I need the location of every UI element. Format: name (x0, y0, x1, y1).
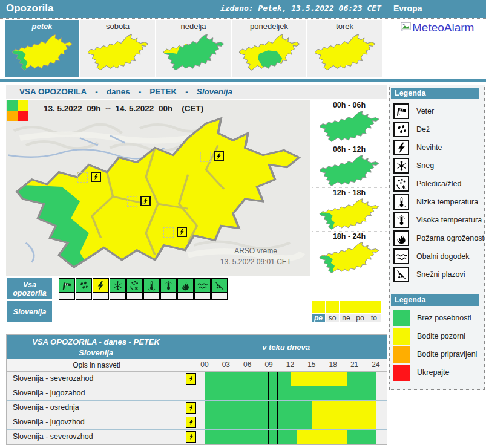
obalni-dogodek-icon (393, 248, 409, 264)
warning-type-nizka-temperatura[interactable] (143, 278, 160, 300)
grid-line (248, 430, 248, 444)
outlook-day-square (326, 301, 339, 313)
time-marker-line (268, 430, 269, 444)
alert-level-green: Brez posebnosti (393, 310, 471, 326)
warning-type-footer (178, 292, 193, 299)
table-row: Slovenija - severovzhod (7, 430, 387, 444)
nizka-temperatura-icon (144, 279, 159, 292)
grid-line (291, 401, 291, 415)
time-map-graphic (318, 134, 381, 144)
region-label: Slovenija - severozahod (13, 372, 93, 386)
time-marker-line (268, 372, 269, 386)
outlook-day-square (340, 301, 353, 313)
dez-icon (76, 279, 91, 292)
warning-type-pozarna-ogrozenost[interactable] (177, 278, 194, 300)
hour-label: 03 (222, 360, 230, 369)
warning-type-footer (161, 292, 176, 299)
level-square-orange (7, 111, 18, 121)
warning-type-footer (127, 292, 142, 299)
time-marker-line (268, 415, 269, 429)
warning-type-snezni-plazovi[interactable] (211, 278, 228, 300)
warning-type-obalni-dogodek[interactable] (194, 278, 211, 300)
warning-type-visoka-temperatura[interactable] (160, 278, 177, 300)
alert-level-swatch (393, 310, 410, 326)
day-tab-petek[interactable]: petek (5, 20, 79, 77)
table-row: Slovenija - severozahod (7, 372, 387, 386)
outlook-day-square (367, 301, 381, 313)
legend-item-label: Visoka temperatura (416, 216, 482, 224)
table-title-line1: VSA OPOZORILA - danes - PETEK (7, 337, 185, 348)
warning-type-sneg[interactable] (110, 278, 126, 300)
desc-column-header: Opis in nasveti (7, 359, 186, 371)
time-map-00h-06h: 00h - 06h (312, 100, 387, 144)
teal-divider-bar (0, 79, 486, 82)
day-tab-nedelja[interactable]: nedelja (156, 20, 231, 77)
grid-line (355, 401, 355, 415)
dez-icon (393, 122, 409, 137)
alert-level-orange: Bodite pripravljeni (393, 346, 477, 363)
day-tab-map (86, 63, 150, 73)
hour-label: 18 (329, 360, 337, 369)
legend-column: Legenda Veter Dež Nevihte Sneg Poledica/… (389, 85, 485, 390)
hour-label: 00 (200, 360, 208, 369)
grid-line (355, 415, 355, 429)
warning-type-nevihte[interactable] (93, 278, 109, 300)
timeline-segment-green (205, 415, 312, 429)
day-tab-label: nedelja (156, 22, 231, 31)
day-tab-label: ponedeljek (232, 22, 306, 31)
alert-level-label: Brez posebnosti (417, 314, 471, 322)
time-marker-line (268, 401, 269, 415)
outlook-day-to[interactable]: to (367, 301, 381, 322)
map-validity-text: 13. 5.2022 09h -- 14. 5.2022 00h (CET) (44, 104, 203, 113)
timeline-segment-green (347, 430, 376, 444)
poledica-icon (127, 279, 142, 292)
region-label: Slovenija - jugozahod (13, 386, 85, 400)
warning-type-dez[interactable] (76, 278, 92, 300)
grid-line (312, 401, 312, 415)
time-map-12h-18h: 12h - 18h (312, 187, 387, 232)
warning-type-veter[interactable] (59, 278, 75, 300)
outlook-day-po[interactable]: po (353, 301, 367, 322)
obalni-dogodek-icon (195, 279, 210, 292)
grid-line (291, 430, 291, 444)
outlook-day-so[interactable]: so (326, 301, 339, 322)
grid-line (312, 430, 312, 444)
day-tab-torek[interactable]: torek (307, 20, 382, 77)
day-tab-ponedeljek[interactable]: ponedeljek (232, 20, 306, 77)
region-label: Slovenija - jugovzhod (13, 415, 85, 429)
day-tab-label: sobota (80, 22, 155, 31)
table-subheader: Opis in nasveti 000306091215182124 (7, 359, 387, 372)
region-label: Slovenija - osrednja (13, 401, 79, 415)
grid-line (333, 386, 333, 400)
grid-line (248, 401, 248, 415)
warning-timeline-bar (205, 386, 376, 400)
time-marker-line (277, 386, 278, 400)
hour-label: 06 (243, 360, 251, 369)
meteoalarm-link[interactable]: MeteoAlarm (401, 22, 474, 34)
legend-item-veter: Veter (393, 103, 434, 120)
snezni-plazovi-icon (212, 279, 227, 292)
nevihte-warning-icon (186, 431, 196, 443)
image-placeholder-icon (401, 22, 411, 34)
warning-type-footer (195, 292, 210, 299)
alert-level-swatch (393, 365, 410, 381)
warning-type-poledica[interactable] (126, 278, 143, 300)
section-header-part: - (87, 87, 107, 96)
table-row: Slovenija - osrednja (7, 401, 387, 415)
grid-line (226, 415, 226, 429)
timeline-segment-green (347, 372, 376, 386)
warning-type-footer (110, 292, 125, 299)
hour-axis: 000306091215182124 (205, 359, 376, 372)
visoka-temperatura-icon (161, 279, 176, 292)
pozarna-ogrozenost-icon (178, 279, 193, 292)
outlook-day-pe[interactable]: pe (312, 301, 325, 322)
time-map-graphic (318, 265, 381, 276)
legend-levels-title: Legenda (391, 294, 479, 306)
outlook-day-ne[interactable]: ne (340, 301, 353, 322)
warning-timeline-bar (205, 415, 376, 429)
day-tab-sobota[interactable]: sobota (80, 20, 155, 77)
outlook-day-label: po (353, 314, 367, 322)
warnings-section-header: VSA OPOZORILA-danes-PETEK-Slovenija (6, 85, 387, 99)
day-tab-map (10, 63, 74, 73)
timeline-segment-yellow (297, 430, 347, 444)
